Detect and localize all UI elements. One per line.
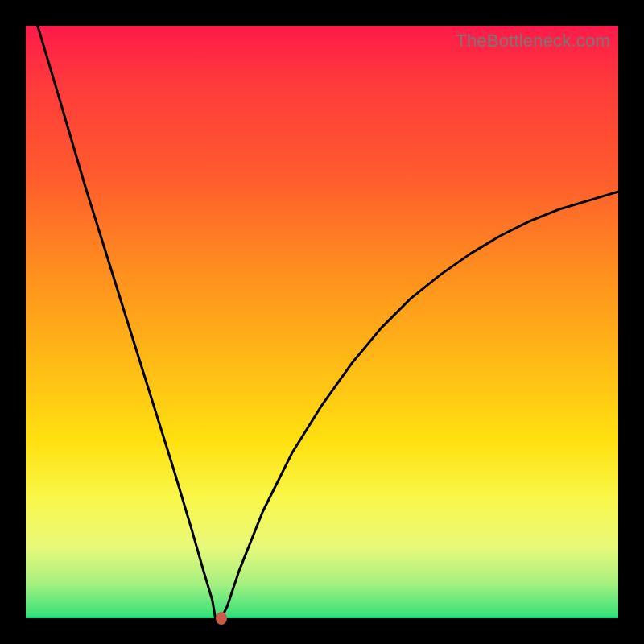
plot-area: TheBottleneck.com [26, 26, 618, 618]
chart-container: TheBottleneck.com [0, 0, 644, 644]
bottleneck-curve [26, 26, 618, 618]
optimal-point-marker [216, 612, 227, 625]
